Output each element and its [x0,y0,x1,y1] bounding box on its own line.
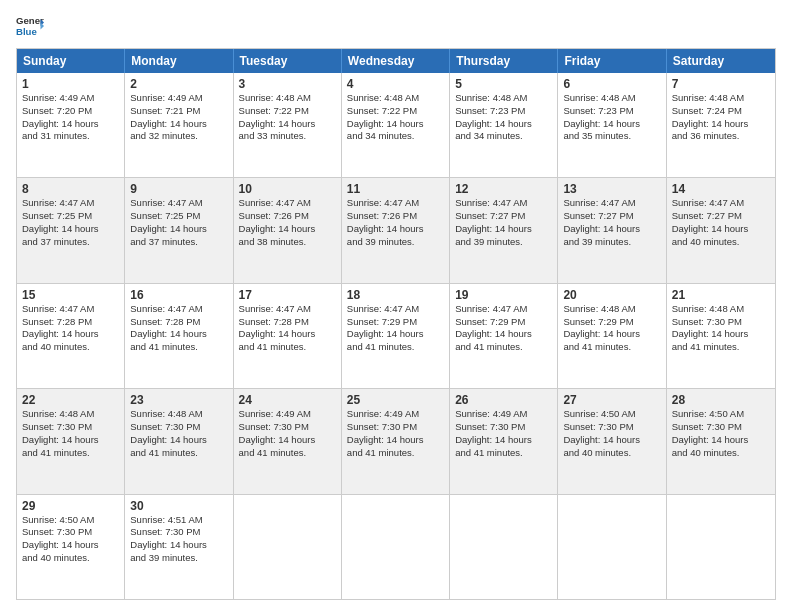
cell-info-line: Sunset: 7:27 PM [563,210,660,223]
calendar-row-3: 15Sunrise: 4:47 AMSunset: 7:28 PMDayligh… [17,284,775,389]
cell-info-line: Sunset: 7:30 PM [672,421,770,434]
cell-info-line: Daylight: 14 hours [239,328,336,341]
cell-info-line: Sunset: 7:22 PM [239,105,336,118]
cell-info-line: and 41 minutes. [130,447,227,460]
day-number: 29 [22,499,119,513]
day-cell-24: 24Sunrise: 4:49 AMSunset: 7:30 PMDayligh… [234,389,342,493]
cell-info-line: Sunrise: 4:47 AM [130,197,227,210]
cell-info-line: and 41 minutes. [455,447,552,460]
cell-info-line: Sunset: 7:30 PM [672,316,770,329]
cell-info-line: Sunrise: 4:50 AM [672,408,770,421]
cell-info-line: and 31 minutes. [22,130,119,143]
cell-info-line: Sunrise: 4:49 AM [22,92,119,105]
cell-info-line: Sunrise: 4:47 AM [455,197,552,210]
day-number: 22 [22,393,119,407]
cell-info-line: and 33 minutes. [239,130,336,143]
cell-info-line: Daylight: 14 hours [239,434,336,447]
cell-info-line: Sunset: 7:26 PM [347,210,444,223]
day-number: 7 [672,77,770,91]
cell-info-line: Sunset: 7:29 PM [455,316,552,329]
day-cell-23: 23Sunrise: 4:48 AMSunset: 7:30 PMDayligh… [125,389,233,493]
day-number: 19 [455,288,552,302]
cell-info-line: and 41 minutes. [239,447,336,460]
day-cell-27: 27Sunrise: 4:50 AMSunset: 7:30 PMDayligh… [558,389,666,493]
day-cell-13: 13Sunrise: 4:47 AMSunset: 7:27 PMDayligh… [558,178,666,282]
cell-info-line: Sunset: 7:28 PM [239,316,336,329]
cell-info-line: Sunset: 7:30 PM [130,526,227,539]
empty-cell [342,495,450,599]
calendar-row-4: 22Sunrise: 4:48 AMSunset: 7:30 PMDayligh… [17,389,775,494]
cell-info-line: and 40 minutes. [22,552,119,565]
cell-info-line: Sunrise: 4:48 AM [455,92,552,105]
day-cell-18: 18Sunrise: 4:47 AMSunset: 7:29 PMDayligh… [342,284,450,388]
cell-info-line: and 41 minutes. [455,341,552,354]
calendar-row-1: 1Sunrise: 4:49 AMSunset: 7:20 PMDaylight… [17,73,775,178]
day-cell-11: 11Sunrise: 4:47 AMSunset: 7:26 PMDayligh… [342,178,450,282]
cell-info-line: Sunrise: 4:48 AM [239,92,336,105]
empty-cell [558,495,666,599]
day-number: 23 [130,393,227,407]
day-number: 2 [130,77,227,91]
cell-info-line: Daylight: 14 hours [22,328,119,341]
cell-info-line: Sunrise: 4:48 AM [22,408,119,421]
day-cell-22: 22Sunrise: 4:48 AMSunset: 7:30 PMDayligh… [17,389,125,493]
day-number: 4 [347,77,444,91]
cell-info-line: Sunrise: 4:47 AM [239,303,336,316]
header-day-monday: Monday [125,49,233,73]
cell-info-line: Sunset: 7:30 PM [347,421,444,434]
empty-cell [234,495,342,599]
day-cell-9: 9Sunrise: 4:47 AMSunset: 7:25 PMDaylight… [125,178,233,282]
cell-info-line: Sunset: 7:29 PM [347,316,444,329]
cell-info-line: Sunset: 7:29 PM [563,316,660,329]
calendar-row-5: 29Sunrise: 4:50 AMSunset: 7:30 PMDayligh… [17,495,775,599]
day-number: 5 [455,77,552,91]
cell-info-line: Sunrise: 4:49 AM [347,408,444,421]
cell-info-line: Daylight: 14 hours [22,223,119,236]
cell-info-line: Daylight: 14 hours [22,434,119,447]
day-number: 30 [130,499,227,513]
day-cell-15: 15Sunrise: 4:47 AMSunset: 7:28 PMDayligh… [17,284,125,388]
cell-info-line: Sunset: 7:26 PM [239,210,336,223]
day-cell-20: 20Sunrise: 4:48 AMSunset: 7:29 PMDayligh… [558,284,666,388]
cell-info-line: Daylight: 14 hours [563,223,660,236]
day-number: 16 [130,288,227,302]
cell-info-line: Sunrise: 4:48 AM [563,92,660,105]
day-number: 9 [130,182,227,196]
day-cell-14: 14Sunrise: 4:47 AMSunset: 7:27 PMDayligh… [667,178,775,282]
cell-info-line: and 41 minutes. [130,341,227,354]
calendar-row-2: 8Sunrise: 4:47 AMSunset: 7:25 PMDaylight… [17,178,775,283]
cell-info-line: Daylight: 14 hours [239,118,336,131]
day-cell-5: 5Sunrise: 4:48 AMSunset: 7:23 PMDaylight… [450,73,558,177]
cell-info-line: and 36 minutes. [672,130,770,143]
day-cell-21: 21Sunrise: 4:48 AMSunset: 7:30 PMDayligh… [667,284,775,388]
cell-info-line: and 40 minutes. [672,236,770,249]
day-number: 28 [672,393,770,407]
day-cell-7: 7Sunrise: 4:48 AMSunset: 7:24 PMDaylight… [667,73,775,177]
cell-info-line: Daylight: 14 hours [563,118,660,131]
cell-info-line: Daylight: 14 hours [130,223,227,236]
page-header: General Blue [16,12,776,40]
day-cell-16: 16Sunrise: 4:47 AMSunset: 7:28 PMDayligh… [125,284,233,388]
cell-info-line: Daylight: 14 hours [455,223,552,236]
header-day-wednesday: Wednesday [342,49,450,73]
cell-info-line: and 41 minutes. [22,447,119,460]
cell-info-line: Sunrise: 4:49 AM [455,408,552,421]
logo-icon: General Blue [16,12,44,40]
cell-info-line: Sunrise: 4:47 AM [130,303,227,316]
day-number: 26 [455,393,552,407]
cell-info-line: Sunset: 7:22 PM [347,105,444,118]
svg-text:General: General [16,15,44,26]
day-number: 25 [347,393,444,407]
day-number: 15 [22,288,119,302]
cell-info-line: Sunset: 7:21 PM [130,105,227,118]
cell-info-line: Sunrise: 4:51 AM [130,514,227,527]
day-number: 12 [455,182,552,196]
day-number: 6 [563,77,660,91]
cell-info-line: Sunset: 7:30 PM [130,421,227,434]
cell-info-line: Daylight: 14 hours [347,328,444,341]
cell-info-line: Sunset: 7:30 PM [239,421,336,434]
cell-info-line: Sunrise: 4:48 AM [672,92,770,105]
header-day-tuesday: Tuesday [234,49,342,73]
day-cell-29: 29Sunrise: 4:50 AMSunset: 7:30 PMDayligh… [17,495,125,599]
cell-info-line: Sunset: 7:30 PM [455,421,552,434]
